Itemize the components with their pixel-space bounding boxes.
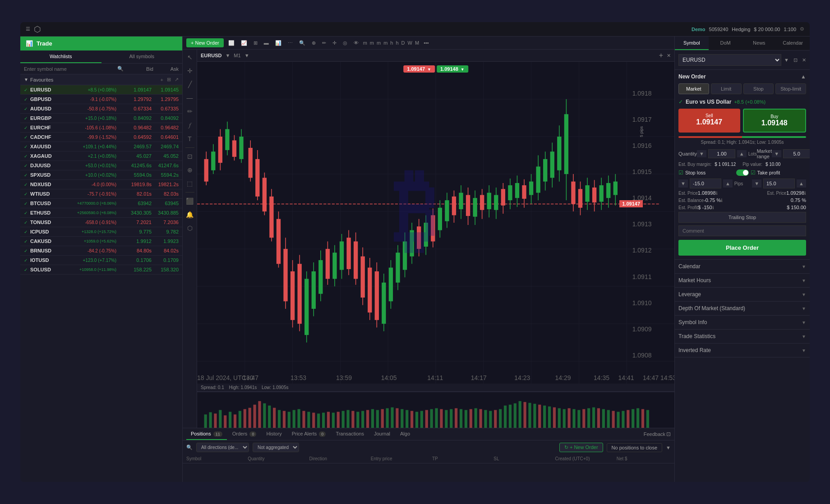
- text-tool[interactable]: T: [186, 134, 193, 144]
- candle-icon[interactable]: 📊: [273, 39, 283, 47]
- timeframe-m4[interactable]: m: [383, 40, 387, 46]
- chart-close-icon[interactable]: ✕: [667, 53, 671, 59]
- market-hours-section[interactable]: Market Hours ▼: [675, 274, 810, 288]
- trade-statistics-section[interactable]: Trade Statistics ▼: [675, 330, 810, 344]
- layout-icon[interactable]: ▬: [262, 39, 271, 46]
- no-positions-button[interactable]: No positions to close: [607, 443, 663, 452]
- symbol-select[interactable]: EURUSD: [678, 54, 781, 66]
- calendar-section[interactable]: Calendar ▼: [675, 260, 810, 274]
- symbol-row[interactable]: ✓ IOTUSD +123.0 (+7.17%) 0.1706 0.1709: [20, 256, 182, 265]
- close-symbol-icon[interactable]: ✕: [802, 57, 806, 63]
- quantity-input[interactable]: [708, 149, 735, 158]
- qty-increase[interactable]: ▲: [737, 150, 747, 157]
- collapse-icon[interactable]: ▲: [801, 73, 806, 80]
- symbol-row[interactable]: ✓ AUDUSD -50.8 (-0.75%) 0.67334 0.67335: [20, 104, 182, 114]
- place-order-button[interactable]: Place Order: [678, 240, 806, 256]
- tab-orders[interactable]: Orders 0: [228, 428, 261, 440]
- tab-news[interactable]: News: [742, 37, 776, 50]
- tp-decrease[interactable]: ▼: [752, 179, 761, 188]
- more-timeframes-icon[interactable]: •••: [422, 39, 431, 46]
- zoom-icon[interactable]: 🔍: [297, 39, 307, 47]
- timeframe-w[interactable]: W: [408, 40, 412, 46]
- sl-increase[interactable]: ▲: [723, 179, 733, 188]
- symbol-row[interactable]: ✓ TONUSD -658.0 (-0.91%) 7.2021 7.2036: [20, 218, 182, 227]
- tp-pips-input[interactable]: [763, 179, 795, 188]
- trailing-stop-button[interactable]: Trailing Stop: [678, 212, 806, 223]
- symbol-row[interactable]: ✓ SPXUSD +10.0 (+0.02%) 5594.0s 5594.2s: [20, 170, 182, 180]
- inverted-rate-section[interactable]: Inverted Rate ▼: [675, 344, 810, 357]
- horizontal-line-tool[interactable]: —: [185, 93, 194, 103]
- chart-symbol[interactable]: EURUSD: [201, 53, 221, 58]
- order-type-market[interactable]: Market: [678, 83, 709, 94]
- tab-history[interactable]: History: [262, 428, 286, 440]
- direction-filter[interactable]: All directions (de...: [196, 443, 249, 452]
- sl-decrease[interactable]: ▼: [678, 179, 688, 188]
- symbol-row[interactable]: ✓ WTIUSD -75.7 (-0.91%) 82.01s 82.03s: [20, 189, 182, 199]
- tab-transactions[interactable]: Transactions: [331, 428, 369, 440]
- tab-journal[interactable]: Journal: [369, 428, 395, 440]
- tab-algo[interactable]: Algo: [396, 428, 415, 440]
- order-type-stop[interactable]: Stop: [743, 83, 774, 94]
- tab-symbol[interactable]: Symbol: [675, 37, 709, 50]
- symbol-row[interactable]: ✓ NDXUSD -4.0 (0.00%) 19819.8s 19821.2s: [20, 180, 182, 189]
- tab-positions[interactable]: Positions 11: [186, 428, 227, 440]
- symbol-info-section[interactable]: Symbol Info ▼: [675, 316, 810, 330]
- order-type-limit[interactable]: Limit: [711, 83, 742, 94]
- timeframe-mo[interactable]: M: [415, 40, 419, 46]
- line-tool[interactable]: ╱: [187, 79, 193, 89]
- symbol-row[interactable]: ✓ DJUUSD +53.0 (+0.01%) 41245.6s 41247.6…: [20, 161, 182, 170]
- symbol-dropdown-icon[interactable]: ▼: [784, 57, 789, 63]
- expand-icon[interactable]: ⊡: [793, 57, 798, 63]
- symbol-row[interactable]: ✓ BRNUSD -84.2 (-0.75%) 84.80s 84.02s: [20, 246, 182, 256]
- market-range-input[interactable]: [783, 149, 810, 158]
- symbol-row[interactable]: ✓ CADCHF -99.9 (-1.52%) 0.64592 0.64601: [20, 133, 182, 142]
- symbol-row[interactable]: ✓ BTCUSD +4770000.0 (+8.06%) 63942 63945: [20, 199, 182, 208]
- pencil-tool[interactable]: ✏: [186, 106, 194, 116]
- chart-timeframe[interactable]: M1: [234, 53, 240, 58]
- link-icon[interactable]: ↗: [175, 77, 179, 82]
- symbol-row[interactable]: ✓ CAKUSD +1059.0 (+5.62%) 1.9912 1.9923: [20, 237, 182, 246]
- timeframe-h2[interactable]: h: [396, 40, 398, 46]
- symbol-row[interactable]: ✓ XAGAUD +2.1 (+0.05%) 45.027 45.052: [20, 151, 182, 161]
- grid-icon[interactable]: ⊞: [167, 77, 171, 82]
- indicator-icon[interactable]: 📈: [239, 39, 249, 47]
- tab-all-symbols[interactable]: All symbols: [101, 50, 183, 63]
- timeframe-m[interactable]: m: [363, 40, 367, 46]
- sl-balance-info[interactable]: ℹ: [721, 198, 723, 203]
- buy-button[interactable]: Buy 1.09148: [743, 109, 807, 133]
- mr-decrease[interactable]: ▼: [772, 150, 781, 157]
- new-order-button[interactable]: + New Order: [186, 38, 224, 47]
- tab-watchlists[interactable]: Watchlists: [20, 50, 101, 63]
- symbol-row[interactable]: ✓ GBPUSD -9.1 (-0.07%) 1.29792 1.29795: [20, 95, 182, 104]
- zoom-tool[interactable]: ⊕: [186, 165, 194, 175]
- aggregation-filter[interactable]: Not aggregated: [253, 443, 299, 452]
- crosshair-icon[interactable]: ✛: [331, 39, 338, 47]
- symbol-row[interactable]: ✓ SOLUSD +10958.0 (+11.98%) 158.225 158.…: [20, 265, 182, 275]
- grid-view-icon[interactable]: ⊞: [252, 39, 259, 47]
- order-tool[interactable]: ⬡: [186, 223, 194, 233]
- sl-est-price-info[interactable]: ℹ: [716, 191, 718, 196]
- timeframe-m2[interactable]: m: [370, 40, 374, 46]
- chart-timeframe-dropdown[interactable]: ▼: [244, 53, 249, 58]
- qty-decrease[interactable]: ▼: [697, 150, 706, 157]
- sl-checkbox[interactable]: ☑: [678, 170, 683, 176]
- menu-icon[interactable]: ☰: [26, 26, 30, 32]
- more-icon[interactable]: ⋯: [286, 39, 295, 47]
- feedback-button[interactable]: Feedback: [644, 431, 665, 437]
- symbol-row[interactable]: ✓ EURGBP +15.0 (+0.18%) 0.84092 0.84092: [20, 114, 182, 123]
- chart-symbol-dropdown[interactable]: ▼: [225, 53, 230, 58]
- crosshair-tool[interactable]: ✛: [186, 66, 194, 76]
- tab-calendar[interactable]: Calendar: [776, 37, 810, 50]
- select-tool[interactable]: ⬚: [185, 179, 194, 188]
- eye-icon[interactable]: 👁: [352, 39, 360, 46]
- symbol-row[interactable]: ✓ ICPUSD +1328.0 (+15.72%) 9.775 9.782: [20, 227, 182, 237]
- group-collapse-icon[interactable]: ▼: [24, 77, 28, 82]
- sl-toggle[interactable]: [736, 170, 749, 176]
- sl-pips-input[interactable]: [690, 179, 721, 188]
- timeframe-m3[interactable]: m: [377, 40, 381, 46]
- settings-icon[interactable]: ⚙: [800, 26, 804, 32]
- tp-checkbox[interactable]: ☑: [751, 170, 756, 176]
- depth-of-market-section[interactable]: Depth Of Market (Standard) ▼: [675, 302, 810, 316]
- tp-increase[interactable]: ▲: [797, 179, 806, 188]
- fibonacci-tool[interactable]: 𝑓: [188, 120, 192, 130]
